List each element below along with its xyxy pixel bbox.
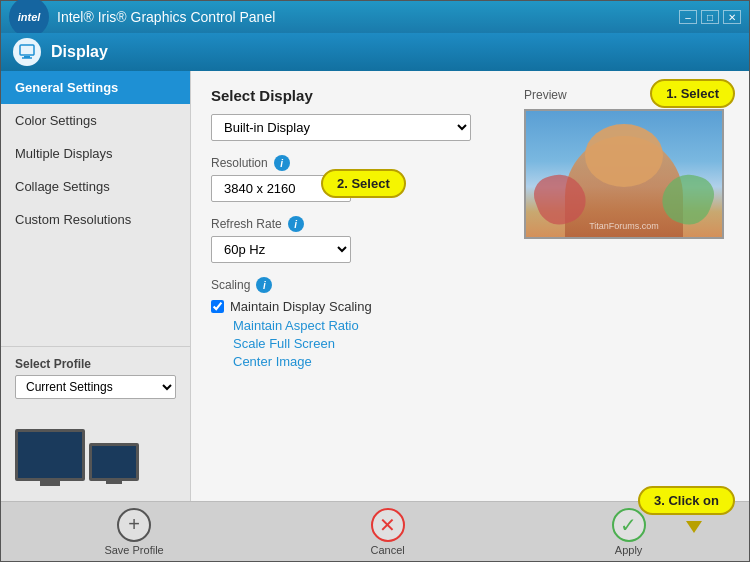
annotation-arrow (686, 521, 702, 533)
scaling-title: Scaling i (211, 277, 504, 293)
right-panel: Select Display Built-in Display Resoluti… (191, 71, 749, 501)
cancel-icon: ✕ (371, 508, 405, 542)
apply-button[interactable]: ✓ Apply (612, 508, 646, 556)
sidebar-item-collage[interactable]: Collage Settings (1, 170, 190, 203)
monitor-small-icon (89, 443, 139, 481)
sidebar-monitor-image (1, 409, 190, 501)
minimize-button[interactable]: – (679, 10, 697, 24)
refresh-info-icon[interactable]: i (288, 216, 304, 232)
annotation-step2: 2. Select (321, 169, 406, 198)
sidebar-item-general[interactable]: General Settings (1, 71, 190, 104)
scaling-section: Scaling i Maintain Display Scaling Maint… (211, 277, 504, 369)
cancel-button[interactable]: ✕ Cancel (371, 508, 405, 556)
display-icon (13, 38, 41, 66)
maximize-button[interactable]: □ (701, 10, 719, 24)
apply-label: Apply (615, 544, 643, 556)
app-window: intel Intel® Iris® Graphics Control Pane… (0, 0, 750, 562)
preview-section: Preview i (524, 87, 729, 372)
svg-rect-0 (20, 45, 34, 55)
scaling-checkbox-maintain-display[interactable]: Maintain Display Scaling (211, 299, 504, 314)
refresh-rate-row: Refresh Rate i 60p Hz (211, 216, 504, 263)
select-display-title: Select Display (211, 87, 504, 104)
save-profile-button[interactable]: + Save Profile (104, 508, 163, 556)
save-label: Save Profile (104, 544, 163, 556)
sidebar-item-multiple[interactable]: Multiple Displays (1, 137, 190, 170)
save-icon: + (117, 508, 151, 542)
cancel-label: Cancel (371, 544, 405, 556)
sidebar-profile: Select Profile Current Settings (1, 346, 190, 409)
preview-image: TitanForums.com (524, 109, 724, 239)
refresh-rate-label: Refresh Rate i (211, 216, 504, 232)
scaling-option-fullscreen[interactable]: Scale Full Screen (211, 336, 504, 351)
close-button[interactable]: ✕ (723, 10, 741, 24)
footer: + Save Profile ✕ Cancel ✓ Apply 3. Click… (1, 501, 749, 561)
intel-logo-small: intel (9, 0, 49, 37)
scaling-info-icon[interactable]: i (256, 277, 272, 293)
profile-label: Select Profile (15, 357, 176, 371)
refresh-rate-select[interactable]: 60p Hz (211, 236, 351, 263)
left-form: Select Display Built-in Display Resoluti… (211, 87, 504, 372)
app-title: Intel® Iris® Graphics Control Panel (57, 9, 275, 25)
monitor-illustration (15, 419, 176, 491)
preview-watermark: TitanForums.com (526, 221, 722, 231)
title-bar-controls: – □ ✕ (679, 10, 741, 24)
display-select[interactable]: Built-in Display (211, 114, 471, 141)
sidebar: General Settings Color Settings Multiple… (1, 71, 191, 501)
display-select-row: Built-in Display (211, 114, 504, 141)
title-bar: intel Intel® Iris® Graphics Control Pane… (1, 1, 749, 33)
scaling-option-aspect[interactable]: Maintain Aspect Ratio (211, 318, 504, 333)
scaling-option-center[interactable]: Center Image (211, 354, 504, 369)
section-header-title: Display (51, 43, 108, 61)
monitor-big-icon (15, 429, 85, 481)
title-bar-left: intel Intel® Iris® Graphics Control Pane… (9, 0, 275, 37)
sub-header: Display (1, 33, 749, 71)
maintain-display-checkbox[interactable] (211, 300, 224, 313)
resolution-info-icon[interactable]: i (274, 155, 290, 171)
sidebar-nav: General Settings Color Settings Multiple… (1, 71, 190, 346)
sidebar-item-custom[interactable]: Custom Resolutions (1, 203, 190, 236)
annotation-step1: 1. Select (650, 79, 735, 108)
main-content: General Settings Color Settings Multiple… (1, 71, 749, 501)
sidebar-item-color[interactable]: Color Settings (1, 104, 190, 137)
annotation-step3: 3. Click on (638, 486, 735, 515)
apply-icon: ✓ (612, 508, 646, 542)
profile-select[interactable]: Current Settings (15, 375, 176, 399)
